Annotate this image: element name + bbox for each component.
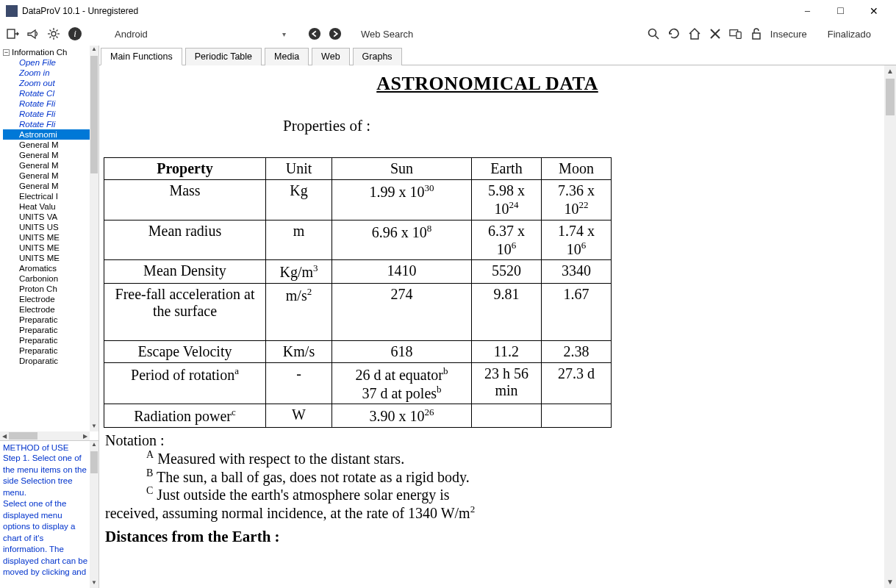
nav-forward-button[interactable] bbox=[329, 27, 342, 40]
tab-periodic[interactable]: Periodic Table bbox=[185, 48, 262, 65]
properties-table: PropertyUnitSunEarthMoon MassKg1.99 x 10… bbox=[104, 157, 612, 428]
tab-main[interactable]: Main Functions bbox=[101, 48, 182, 65]
tree-item[interactable]: Aromatics bbox=[3, 263, 90, 273]
table-cell: Period of rotationa bbox=[104, 362, 266, 404]
scroll-up-icon[interactable]: ▲ bbox=[90, 46, 98, 54]
lock-open-icon[interactable] bbox=[750, 27, 763, 40]
table-cell: Km/s bbox=[266, 340, 332, 362]
svg-rect-0 bbox=[7, 29, 15, 38]
svg-text:i: i bbox=[74, 28, 76, 39]
tree-item[interactable]: Rotate Fli bbox=[3, 98, 90, 109]
table-cell: 26 d at equatorb37 d at polesb bbox=[332, 362, 472, 404]
tree-item[interactable]: Preparatic bbox=[3, 345, 90, 356]
tree-item[interactable]: Preparatic bbox=[3, 335, 90, 345]
scroll-thumb[interactable] bbox=[90, 56, 98, 173]
info-icon[interactable]: i bbox=[68, 26, 82, 41]
doc-subtitle: Properties of : bbox=[99, 117, 875, 135]
doc-title: ASTRONOMICAL DATA bbox=[99, 73, 875, 95]
tree-item[interactable]: UNITS ME bbox=[3, 243, 90, 253]
nav-back-button[interactable] bbox=[308, 27, 321, 40]
tree-item[interactable]: Zoom out bbox=[3, 78, 90, 88]
help-title: METHOD of USE bbox=[3, 442, 97, 453]
tree-root[interactable]: −Information Ch bbox=[3, 47, 90, 57]
tree-item[interactable]: General M bbox=[3, 181, 90, 191]
scroll-down-icon[interactable]: ▼ bbox=[90, 423, 98, 431]
megaphone-icon[interactable] bbox=[26, 27, 40, 40]
tree-item[interactable]: UNITS US bbox=[3, 222, 90, 232]
platform-select[interactable]: Android bbox=[110, 29, 272, 40]
scroll-left-icon[interactable]: ◀ bbox=[0, 433, 9, 440]
window-titlebar: DataProV 10.1 - Unregistered – □ ✕ bbox=[0, 0, 896, 22]
tab-media[interactable]: Media bbox=[265, 48, 309, 65]
tree-item[interactable]: Rotate Cl bbox=[3, 88, 90, 98]
scroll-up-icon[interactable]: ▲ bbox=[884, 65, 896, 77]
collapse-icon[interactable]: − bbox=[3, 49, 10, 56]
table-row: Period of rotationa-26 d at equatorb37 d… bbox=[104, 362, 612, 404]
scroll-right-icon[interactable]: ▶ bbox=[81, 433, 90, 440]
search-icon[interactable] bbox=[647, 27, 660, 40]
tab-graphs[interactable]: Graphs bbox=[353, 48, 402, 65]
table-cell: 6.37 x 106 bbox=[472, 220, 542, 260]
insecure-label: Insecure bbox=[770, 29, 807, 40]
devices-icon[interactable] bbox=[729, 27, 742, 40]
tab-web[interactable]: Web bbox=[312, 48, 349, 65]
scroll-thumb[interactable] bbox=[886, 79, 895, 115]
table-cell: m/s2 bbox=[266, 283, 332, 340]
chevron-down-icon[interactable]: ▾ bbox=[279, 30, 289, 38]
tree-item[interactable]: General M bbox=[3, 140, 90, 150]
scroll-thumb[interactable] bbox=[9, 432, 37, 440]
close-icon[interactable] bbox=[709, 27, 722, 40]
tree-item[interactable]: UNITS VA bbox=[3, 212, 90, 222]
scroll-down-icon[interactable]: ▼ bbox=[884, 576, 896, 588]
notation-label: Notation : bbox=[105, 432, 875, 449]
table-cell: 1.99 x 1030 bbox=[332, 180, 472, 220]
tree-item[interactable]: UNITS ME bbox=[3, 232, 90, 243]
tree-item[interactable]: Open File bbox=[3, 57, 90, 68]
tree-item[interactable]: Rotate Fli bbox=[3, 119, 90, 129]
table-cell: m bbox=[266, 220, 332, 260]
tree-item[interactable]: Astronomi bbox=[3, 129, 90, 140]
tree-item[interactable]: General M bbox=[3, 160, 90, 171]
table-cell: 618 bbox=[332, 340, 472, 362]
export-icon[interactable] bbox=[6, 27, 19, 40]
tree-item[interactable]: Proton Ch bbox=[3, 284, 90, 294]
tree-item[interactable]: General M bbox=[3, 150, 90, 160]
tree-item[interactable]: Heat Valu bbox=[3, 201, 90, 212]
tree-item[interactable]: Zoom in bbox=[3, 68, 90, 78]
gear-icon[interactable] bbox=[47, 27, 60, 40]
table-cell: 274 bbox=[332, 283, 472, 340]
tree-item[interactable]: Carbonion bbox=[3, 273, 90, 284]
scroll-up-icon[interactable]: ▲ bbox=[90, 441, 98, 450]
table-cell: Free-fall acceleration at the surface bbox=[104, 283, 266, 340]
tree-item[interactable]: Rotate Fli bbox=[3, 109, 90, 119]
tree-item[interactable]: General M bbox=[3, 171, 90, 181]
tree-item[interactable]: Preparatic bbox=[3, 315, 90, 325]
tree-item[interactable]: Electrical I bbox=[3, 191, 90, 201]
window-close-button[interactable]: ✕ bbox=[857, 1, 890, 21]
scroll-thumb[interactable] bbox=[90, 451, 98, 473]
table-cell bbox=[472, 404, 542, 428]
tree-item[interactable]: Electrode bbox=[3, 304, 90, 315]
tree-horizontal-scrollbar[interactable]: ◀ ▶ bbox=[0, 431, 90, 440]
window-minimize-button[interactable]: – bbox=[791, 1, 824, 21]
window-maximize-button[interactable]: □ bbox=[824, 1, 857, 21]
svg-line-6 bbox=[50, 30, 51, 32]
svg-point-12 bbox=[309, 28, 320, 40]
tree-item[interactable]: Electrode bbox=[3, 294, 90, 304]
tree-item[interactable]: Droparatic bbox=[3, 356, 90, 366]
table-cell: 5520 bbox=[472, 260, 542, 284]
help-vertical-scrollbar[interactable]: ▲ ▼ bbox=[90, 441, 98, 588]
finalizado-label[interactable]: Finalizado bbox=[828, 29, 871, 40]
refresh-icon[interactable] bbox=[667, 27, 681, 40]
tree-item[interactable]: Preparatic bbox=[3, 325, 90, 335]
tree-item[interactable]: UNITS ME bbox=[3, 253, 90, 263]
scroll-down-icon[interactable]: ▼ bbox=[90, 579, 98, 588]
table-cell: 1.67 bbox=[542, 283, 612, 340]
websearch-label[interactable]: Web Search bbox=[361, 29, 413, 40]
home-icon[interactable] bbox=[688, 27, 701, 40]
tree-vertical-scrollbar[interactable]: ▲ ▼ bbox=[90, 46, 98, 431]
table-cell: Mean Density bbox=[104, 260, 266, 284]
table-cell: 1410 bbox=[332, 260, 472, 284]
table-cell: - bbox=[266, 362, 332, 404]
document-vertical-scrollbar[interactable]: ▲ ▼ bbox=[884, 65, 896, 588]
